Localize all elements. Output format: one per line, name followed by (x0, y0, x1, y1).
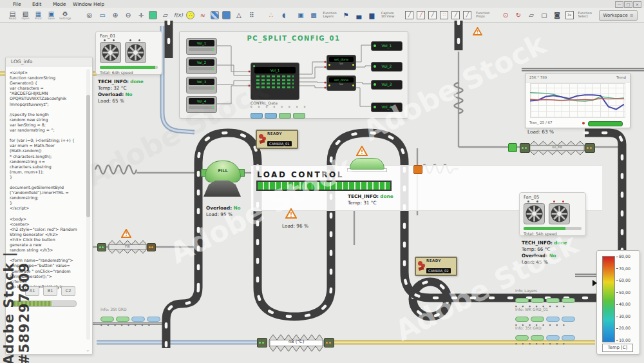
fan05-total-label: Total: 54h speed (524, 231, 582, 236)
pipe-connector (97, 243, 106, 251)
vol-display-4: Vol_4 (371, 103, 402, 112)
log-button-c2[interactable]: C2 (61, 286, 75, 296)
status-pill (515, 317, 529, 322)
control-module: Vol_1 (251, 63, 299, 100)
vol-module-4: Vol_4 (186, 96, 217, 113)
set-done-module-2: set_done Vol (327, 75, 356, 91)
status-pill (531, 335, 544, 340)
trend-header-right: Trend (616, 74, 626, 82)
exchanger-fill-label: Fill (108, 244, 147, 248)
temp-tick: 70,00 (616, 266, 630, 271)
camera-icon (257, 131, 267, 148)
stock-watermark: Adobe Stock | #589297609 (1, 172, 32, 363)
vol-display-1: Vol_1 (371, 41, 402, 51)
status-pill (562, 317, 575, 322)
status-pill (546, 317, 560, 322)
trend-footer: Tran_ 25 / 67 (526, 119, 630, 127)
scrollbar-thumb[interactable] (86, 95, 90, 217)
log-button-b1[interactable]: B1 (43, 286, 57, 296)
warning-icon: ! (121, 228, 131, 240)
trend-load: Load: 63 % (527, 129, 554, 135)
temp-tick: 10,00 (616, 338, 630, 342)
exchanger-no-fill-label: no_Fill (529, 145, 585, 149)
temp-tick: 30,00 (616, 314, 630, 319)
info-group-layers: Info_Layers● ● ● ● ● ● ● ● (515, 288, 577, 308)
status-pill (531, 317, 544, 322)
pipe-connector (147, 243, 156, 251)
camera-badge-1: READYCAMERA_01 (256, 130, 298, 149)
contrl-button-2[interactable] (265, 113, 277, 119)
load96-label: Load: 96 % (282, 223, 308, 230)
trend-progress-bar (588, 121, 623, 126)
fan05-info: TECH_INFO: done Temp: 66 °C Overload: No… (522, 240, 567, 266)
temp-scale-ticks: 80,0070,0060,0050,0040,0030,0020,0010,00 (597, 254, 639, 344)
scrollbar[interactable] (86, 69, 90, 340)
status-pill (147, 317, 160, 322)
status-pill (100, 317, 114, 322)
status-pill (562, 335, 575, 340)
fan01-info: TECH_INFO: done Temp: 32 °C Overload: No… (98, 79, 144, 104)
contrl-button-3[interactable] (279, 113, 291, 119)
status-pill (546, 335, 560, 340)
pipe-connector (585, 143, 595, 153)
fan01-panel: Fan_01 Total: 64h speed (95, 31, 162, 75)
info-group-35t-grd-left: Info: 35t GRD● ● ● ● ● ● ● ● (100, 307, 162, 326)
fill-tank-info: Overload: No Load: 95 % (206, 205, 241, 218)
trend-chart (530, 83, 625, 118)
contrl-button-4[interactable] (293, 113, 305, 119)
svg-text:!: ! (290, 211, 292, 218)
fan05-panel: Fan_05 Total: 54h speed (519, 192, 586, 236)
fan05-title: Fan_05 (524, 195, 582, 200)
status-pill (131, 317, 145, 322)
warning-icon: ! (473, 26, 482, 38)
pipe-connector (257, 338, 267, 348)
vol-module-2: Vol_2 (186, 57, 217, 74)
camera-badge-2: READYCAMERA_02 (415, 257, 457, 276)
fan-icon (100, 42, 121, 63)
svg-text:!: ! (361, 149, 363, 155)
contrl-button-1[interactable] (251, 113, 263, 119)
trend-footer-label: Tran_ 25 / 67 (529, 119, 553, 127)
pipe-connector (324, 338, 334, 348)
fan01-speed-bar (100, 66, 158, 69)
set-done-module-1: set_done Vol (327, 55, 356, 70)
status-pill (515, 335, 529, 340)
status-pill (546, 298, 560, 303)
warning-icon: ! (285, 208, 297, 221)
record-dot-icon (582, 122, 585, 124)
pc-split-config-panel: PC_SPLIT_CONFIG_01 Vol_1 Vol_2 Vol_3 Vol… (179, 31, 408, 119)
scroll-down-icon[interactable]: ⌄ (86, 348, 90, 353)
vol-module-1: Vol_1 (186, 38, 217, 55)
camera-icon (416, 258, 426, 275)
fan-icon (549, 203, 570, 224)
pipe-cross-connector-orange (413, 165, 422, 174)
temp-scale-label: Temp [C] (602, 344, 633, 352)
vol-display-3: Vol_3 (371, 80, 402, 90)
trend-panel: 25K ° 789 Trend Tran_ 25 / 67 (525, 73, 630, 128)
log-panel-header: LOG_info (6, 57, 92, 66)
monitor-progress-bar (256, 181, 392, 191)
fan-icon (125, 42, 146, 63)
trend-header-left: 25K ° 789 (529, 74, 547, 82)
status-pill (116, 317, 129, 322)
vol-module-3: Vol_3 (186, 77, 217, 93)
center-info: TECH_INFO: done Temp: 31 °C (348, 193, 393, 206)
status-pill (515, 298, 529, 303)
fan01-total-label: Total: 64h speed (100, 70, 158, 75)
temp-pointer-icon (592, 280, 597, 286)
status-pill (531, 298, 544, 303)
pipe-cross-connector (508, 143, 517, 152)
warning-icon: ! (356, 146, 368, 159)
contrl-data-label: CONTRL_Data (251, 101, 278, 105)
green-dome (350, 158, 384, 170)
vol-display-2: Vol_2 (371, 62, 402, 72)
temp-tick: 40,00 (616, 302, 630, 306)
trend-header: 25K ° 789 Trend (526, 74, 630, 83)
temp-tick: 20,00 (616, 326, 630, 330)
svg-text:!: ! (477, 30, 478, 35)
temp-tick: 50,00 (616, 290, 630, 295)
temp-scale-panel: 80,0070,0060,0050,0040,0030,0020,0010,00… (596, 250, 640, 355)
exchanger-48c-label: 48 (°C) (269, 339, 323, 344)
contrl-buttons (251, 109, 307, 121)
log-panel-title: LOG_info (11, 59, 32, 64)
